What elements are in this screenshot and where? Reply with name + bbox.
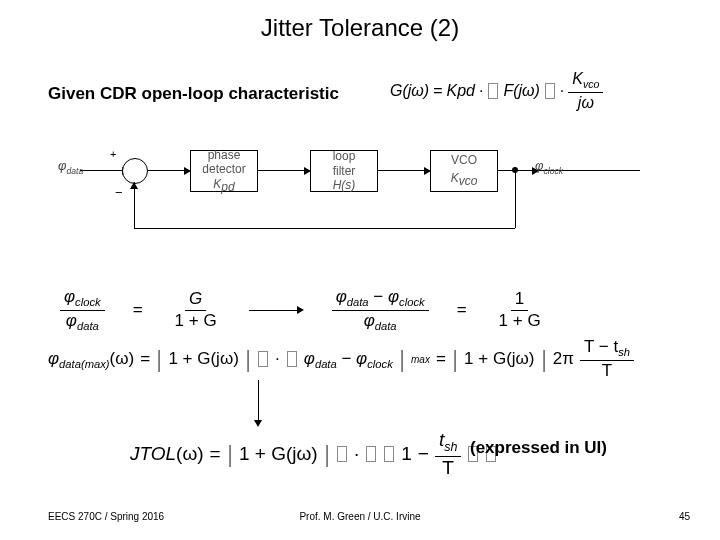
phi-data-label: φdata bbox=[58, 158, 83, 176]
sh-sub: sh bbox=[444, 440, 457, 454]
abs-bar-icon: | bbox=[542, 347, 545, 371]
abs-bar-icon: | bbox=[228, 442, 231, 466]
phi: φ bbox=[304, 349, 315, 368]
missing-glyph-icon bbox=[384, 446, 394, 462]
phi: φ bbox=[356, 349, 367, 368]
eq-F: F(jω) bbox=[503, 82, 539, 100]
arrow-right-icon bbox=[249, 306, 304, 314]
phi-sub: data bbox=[315, 358, 337, 370]
slide: Jitter Tolerance (2) Given CDR open-loop… bbox=[0, 0, 720, 540]
given-text: Given CDR open-loop characteristic bbox=[48, 84, 339, 104]
missing-glyph-icon bbox=[488, 83, 498, 99]
pd-sub: pd bbox=[221, 180, 234, 194]
eq-error-over-data: φdata − φclock φdata bbox=[332, 288, 429, 332]
kvco-k: K bbox=[572, 70, 583, 87]
minus: − bbox=[418, 443, 429, 465]
vco-K: K bbox=[451, 171, 459, 185]
abs-bar-icon: | bbox=[325, 442, 328, 466]
pd-line1: phase bbox=[208, 148, 241, 162]
den: T bbox=[438, 457, 458, 479]
phi-sub: data bbox=[347, 296, 369, 308]
minus: − bbox=[369, 287, 388, 306]
eq-tsh-over-T: tsh T bbox=[435, 430, 462, 478]
kvco-sub: vco bbox=[583, 78, 599, 90]
den: 1 + G bbox=[495, 311, 545, 331]
jtol: JTOL bbox=[130, 443, 176, 464]
jtol-equation: JTOL(ω) = | 1 + G(jω) | · 1 − tsh T bbox=[130, 430, 497, 478]
abs-bar-icon: | bbox=[400, 347, 403, 371]
eq-kvco-over-jw: Kvco jω bbox=[568, 70, 603, 111]
loop-filter-block: loop filter H(s) bbox=[310, 150, 378, 192]
vco-line1: VCO bbox=[451, 153, 477, 167]
lf-line2: filter bbox=[333, 164, 356, 178]
phi-sub: data(max) bbox=[59, 358, 110, 370]
phi-sub: clock bbox=[399, 296, 425, 308]
equals: = bbox=[140, 349, 150, 369]
phi-sub: data bbox=[375, 320, 397, 332]
phi: φ bbox=[48, 349, 59, 368]
one-plus-G-2: 1 + G(jω) bbox=[464, 349, 534, 369]
phi: φ bbox=[388, 287, 399, 306]
phi-clock-label: φclock bbox=[535, 158, 563, 176]
phi: φ bbox=[64, 287, 75, 306]
den: T bbox=[598, 361, 616, 381]
arrowhead-icon bbox=[130, 182, 138, 189]
two-pi: 2π bbox=[553, 349, 574, 369]
expressed-in-ui: (expressed in UI) bbox=[470, 438, 607, 458]
num: G bbox=[185, 290, 206, 311]
eq-T-tsh-over-T: T − tsh T bbox=[580, 338, 634, 380]
summing-node bbox=[122, 158, 148, 184]
phi-sub: clock bbox=[367, 358, 393, 370]
phi-data-max-equation: φdata(max)(ω) = | 1 + G(jω) | · φdata − … bbox=[48, 338, 634, 380]
equals: = bbox=[133, 300, 143, 320]
minus-icon: − bbox=[115, 185, 123, 200]
lf-sub: H(s) bbox=[333, 178, 356, 192]
phi-sub: clock bbox=[543, 166, 563, 176]
jw: jω bbox=[574, 93, 598, 112]
lf-line1: loop bbox=[333, 149, 356, 163]
max-subscript: max bbox=[411, 354, 430, 365]
phi: φ bbox=[336, 287, 347, 306]
dot: · bbox=[354, 443, 359, 465]
phase-detector-block: phase detector Kpd bbox=[190, 150, 258, 192]
sh-sub: sh bbox=[618, 346, 630, 358]
page-number: 45 bbox=[679, 511, 690, 522]
missing-glyph-icon bbox=[258, 351, 268, 367]
one-plus-G: 1 + G(jω) bbox=[168, 349, 238, 369]
eq-sign: = bbox=[433, 82, 442, 100]
missing-glyph-icon bbox=[337, 446, 347, 462]
phi-sub: data bbox=[77, 320, 99, 332]
arrow-down-icon bbox=[254, 380, 262, 427]
eq-G-over-1pG: G 1 + G bbox=[171, 290, 221, 330]
one: 1 bbox=[401, 443, 412, 465]
missing-glyph-icon bbox=[366, 446, 376, 462]
vco-block: VCO Kvco bbox=[430, 150, 498, 192]
eq-lhs: G(jω) bbox=[390, 82, 429, 100]
feedback-wire bbox=[134, 228, 515, 229]
plus-icon: + bbox=[110, 148, 116, 160]
abs-bar-icon: | bbox=[158, 347, 161, 371]
open-loop-equation: G(jω) = Kpd · F(jω) · Kvco jω bbox=[390, 70, 603, 111]
num-txt: T − t bbox=[584, 337, 618, 356]
phi-sub: data bbox=[66, 166, 83, 176]
eq-dot: · bbox=[479, 82, 483, 100]
equals: = bbox=[457, 300, 467, 320]
phi: φ bbox=[364, 311, 375, 330]
omega-arg: (ω) bbox=[176, 443, 204, 464]
omega-arg: (ω) bbox=[110, 349, 135, 368]
missing-glyph-icon bbox=[287, 351, 297, 367]
slide-title: Jitter Tolerance (2) bbox=[0, 14, 720, 42]
one-plus-G-3: 1 + G(jω) bbox=[239, 443, 318, 465]
dot: · bbox=[275, 349, 280, 369]
den: 1 + G bbox=[171, 311, 221, 331]
abs-bar-icon: | bbox=[453, 347, 456, 371]
minus: − bbox=[337, 349, 356, 368]
footer-mid: Prof. M. Green / U.C. Irvine bbox=[0, 511, 720, 522]
phi-sub: clock bbox=[75, 296, 101, 308]
eq-phi-clock-over-data: φclock φdata bbox=[60, 288, 105, 332]
equals: = bbox=[436, 349, 446, 369]
missing-glyph-icon bbox=[545, 83, 555, 99]
eq-kpd: Kpd bbox=[446, 82, 474, 100]
eq-dot2: · bbox=[560, 82, 564, 100]
num: 1 bbox=[511, 290, 528, 311]
